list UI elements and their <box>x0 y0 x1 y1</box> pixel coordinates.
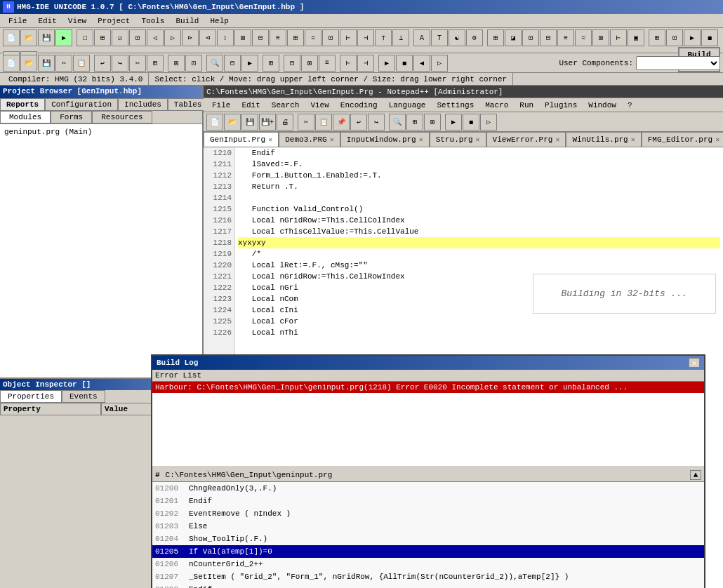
tb-btn10[interactable]: ⊠ <box>234 29 251 46</box>
tb2-btn2[interactable]: 📂 <box>20 55 37 72</box>
editor-menu-help[interactable]: ? <box>622 100 638 111</box>
tb2-btn12[interactable]: 🔍 <box>206 55 223 72</box>
code-line-1212[interactable]: Form_1.Button_1.Enabled:=.T. <box>238 170 720 181</box>
editor-tab-demo3[interactable]: Demo3.PRG ✕ <box>279 132 340 147</box>
menu-file[interactable]: File <box>3 15 32 27</box>
tb-btn19[interactable]: ⊥ <box>392 29 409 46</box>
menu-help[interactable]: Help <box>204 15 234 27</box>
tb2-btn3[interactable]: 💾 <box>38 55 55 72</box>
blc-line-01200[interactable]: 01200 ChngReadOnly(3,.F.) <box>152 482 704 495</box>
tb-btn35[interactable]: ▶ <box>684 29 701 46</box>
tb2-btn20[interactable]: ⊣ <box>357 55 374 72</box>
blc-line-01204[interactable]: 01204 Show_ToolTip(.F.) <box>152 533 704 545</box>
tb-new[interactable]: 📄 <box>3 29 20 46</box>
tb2-btn1[interactable]: 📄 <box>3 55 20 72</box>
tb-btn8[interactable]: ⊲ <box>199 29 216 46</box>
tb-btn36[interactable]: ◼ <box>701 29 718 46</box>
tb-btn2[interactable]: ⊞ <box>94 29 111 46</box>
tb-btn28[interactable]: ≡ <box>557 29 574 46</box>
menu-tools[interactable]: Tools <box>135 15 170 27</box>
menu-build[interactable]: Build <box>170 15 204 27</box>
tb-btn3[interactable]: ☑ <box>112 29 128 46</box>
tab-reports[interactable]: Reports <box>0 98 45 110</box>
build-log-close-button[interactable]: ✕ <box>689 358 700 368</box>
editor-tab-winutils[interactable]: WinUtils.prg ✕ <box>566 132 641 147</box>
editor-tab-stru[interactable]: Stru.prg ✕ <box>430 132 486 147</box>
blc-line-01202[interactable]: 01202 EventRemove ( nIndex ) <box>152 507 704 520</box>
ed-tb-btn4[interactable]: 💾+ <box>259 114 276 131</box>
code-line-1211[interactable]: lSaved:=.F. <box>238 159 720 170</box>
tb2-btn4[interactable]: ✂ <box>55 55 72 72</box>
sub-tab-forms[interactable]: Forms <box>51 111 92 123</box>
tab-tables[interactable]: Tables <box>168 98 208 110</box>
code-line-1216[interactable]: Local nGridRow:=This.CellColIndex <box>238 215 720 226</box>
code-scroll-up[interactable]: ▲ <box>690 470 701 480</box>
tab-configuration[interactable]: Configuration <box>45 98 118 110</box>
menu-project[interactable]: Project <box>92 15 135 27</box>
editor-menu-settings[interactable]: Settings <box>431 100 479 111</box>
tb-btn16[interactable]: ⊢ <box>340 29 357 46</box>
tb-btn34[interactable]: ⊡ <box>666 29 683 46</box>
tab-close-stru[interactable]: ✕ <box>476 135 480 144</box>
code-line-1210[interactable]: Endif <box>238 147 720 159</box>
ed-tb-btn9[interactable]: ↩ <box>350 114 367 131</box>
tb-btn17[interactable]: ⊣ <box>357 29 374 46</box>
tab-close-demo3[interactable]: ✕ <box>330 135 334 144</box>
editor-menu-search[interactable]: Search <box>266 100 305 111</box>
tab-close-inputwindow[interactable]: ✕ <box>419 135 423 144</box>
file-item-geninput[interactable]: geninput.prg (Main) <box>3 127 199 137</box>
tb2-btn6[interactable]: ↩ <box>94 55 111 72</box>
editor-menu-window[interactable]: Window <box>583 100 622 111</box>
tb2-btn23[interactable]: ◀ <box>413 55 430 72</box>
ed-tb-btn11[interactable]: 🔍 <box>389 114 406 131</box>
menu-edit[interactable]: Edit <box>32 15 62 27</box>
oi-tab-events[interactable]: Events <box>62 390 105 403</box>
tb-save[interactable]: 💾 <box>38 29 55 46</box>
tb-btn27[interactable]: ⊟ <box>540 29 557 46</box>
editor-menu-macro[interactable]: Macro <box>479 100 514 111</box>
tb2-btn5[interactable]: 📋 <box>73 55 90 72</box>
editor-menu-language[interactable]: Language <box>383 100 432 111</box>
code-line-1220[interactable]: Local lRet:=.F., cMsg:="" <box>238 260 720 271</box>
blc-line-01203[interactable]: 01203 Else <box>152 520 704 533</box>
tb2-btn21[interactable]: ▶ <box>378 55 395 72</box>
tb2-btn22[interactable]: ◼ <box>396 55 413 72</box>
tb-btn9[interactable]: ↕ <box>217 29 234 46</box>
editor-menu-plugins[interactable]: Plugins <box>539 100 583 111</box>
ed-tb-btn14[interactable]: ▶ <box>445 114 462 131</box>
tb2-btn17[interactable]: ⊠ <box>301 55 318 72</box>
ed-tb-btn16[interactable]: ▷ <box>480 114 497 131</box>
tb2-btn24[interactable]: ▷ <box>431 55 448 72</box>
tb2-btn11[interactable]: ⊡ <box>185 55 202 72</box>
tb-btn20[interactable]: A <box>413 29 430 46</box>
blc-line-01207[interactable]: 01207 _SetItem ( "Grid_2", "Form_1", nGr… <box>152 570 704 583</box>
tb-btn6[interactable]: ▷ <box>164 29 181 46</box>
tb-run[interactable]: ▶ <box>55 29 72 46</box>
tb-btn18[interactable]: ⊤ <box>375 29 392 46</box>
editor-menu-file[interactable]: File <box>206 100 236 111</box>
code-line-1218[interactable]: xyxyxy <box>238 237 720 248</box>
editor-tab-fmgeditor[interactable]: FMG_Editor.prg ✕ <box>642 132 723 147</box>
ed-tb-btn3[interactable]: 💾 <box>241 114 258 131</box>
code-line-1219[interactable]: /* <box>238 248 720 260</box>
tb-btn12[interactable]: ≡ <box>270 29 286 46</box>
code-line-1213[interactable]: Return .T. <box>238 181 720 192</box>
code-line-1215[interactable]: Function Valid_Control() <box>238 203 720 215</box>
tb-btn32[interactable]: ▣ <box>628 29 644 46</box>
tb2-btn8[interactable]: ✂ <box>129 55 146 72</box>
tb2-btn13[interactable]: ⊟ <box>224 55 241 72</box>
code-line-1217[interactable]: Local cThisCellValue:=This.CellValue <box>238 226 720 237</box>
tb-btn24[interactable]: ⊞ <box>487 29 504 46</box>
tb-btn29[interactable]: ≈ <box>575 29 592 46</box>
ed-tb-btn13[interactable]: ⊠ <box>424 114 441 131</box>
tb-btn33[interactable]: ⊞ <box>649 29 665 46</box>
tb-btn4[interactable]: ⊡ <box>129 29 146 46</box>
tb2-btn9[interactable]: ⊞ <box>147 55 164 72</box>
tab-close-winutils[interactable]: ✕ <box>631 135 635 144</box>
tb2-btn14[interactable]: ▶ <box>241 55 258 72</box>
sub-tab-modules[interactable]: Modules <box>0 111 51 123</box>
code-line-1214[interactable] <box>238 192 720 203</box>
ed-tb-btn5[interactable]: 🖨 <box>277 114 293 131</box>
tb-btn13[interactable]: ⊞ <box>287 29 304 46</box>
tb-btn26[interactable]: ⊡ <box>522 29 539 46</box>
